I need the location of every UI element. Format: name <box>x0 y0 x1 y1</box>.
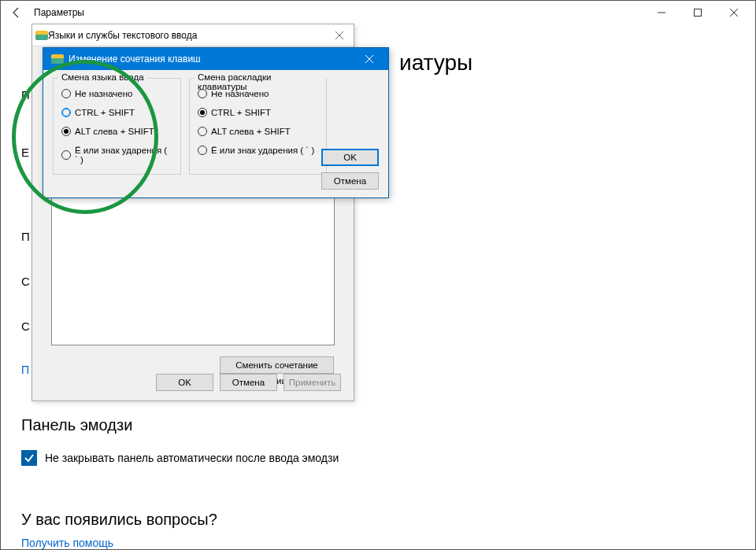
group-legend: Смена раскладки клавиатуры <box>195 72 326 91</box>
emoji-section: Панель эмодзи Не закрывать панель автома… <box>21 416 339 466</box>
change-hotkey-dialog: Изменение сочетания клавиш Смена языка в… <box>43 47 389 198</box>
minimize-button[interactable] <box>643 1 680 24</box>
language-switch-group: Смена языка ввода Не назначено CTRL + SH… <box>53 78 181 175</box>
radio-label: ALT слева + SHIFT <box>75 127 154 136</box>
group-legend: Смена языка ввода <box>58 72 147 82</box>
dialog-buttons: OK Отмена Применить <box>156 374 341 391</box>
close-button[interactable] <box>716 1 752 24</box>
radio-alt-shift[interactable]: ALT слева + SHIFT <box>198 127 318 136</box>
close-icon[interactable] <box>354 50 385 68</box>
change-hotkey-titlebar: Изменение сочетания клавиш <box>43 48 388 70</box>
emoji-checkbox-row[interactable]: Не закрывать панель автоматически после … <box>21 450 339 466</box>
stub-text: П <box>21 230 30 243</box>
stub-text: С <box>21 319 30 333</box>
text-services-title: Языки и службы текстового ввода <box>48 30 328 41</box>
change-hotkey-button[interactable]: Сменить сочетание клавиш... <box>220 356 334 374</box>
radio-icon <box>198 146 207 155</box>
emoji-heading: Панель эмодзи <box>21 416 339 434</box>
radio-icon <box>198 108 207 117</box>
radio-alt-shift[interactable]: ALT слева + SHIFT <box>61 127 172 136</box>
apply-button: Применить <box>284 374 341 391</box>
checkbox-label: Не закрывать панель автоматически после … <box>45 452 339 464</box>
link-stub[interactable]: П <box>21 364 29 376</box>
keyboard-icon <box>35 31 48 40</box>
ok-button[interactable]: OK <box>321 149 379 166</box>
radio-icon <box>61 127 71 136</box>
radio-grave[interactable]: Ё или знак ударения ( ` ) <box>198 146 318 155</box>
radio-label: Не назначено <box>75 89 132 98</box>
radio-grave[interactable]: Ё или знак ударения ( ` ) <box>61 146 172 164</box>
questions-section: У вас появились вопросы? Получить помощь <box>21 511 217 549</box>
keyboard-icon <box>51 54 64 64</box>
radio-icon <box>61 108 71 117</box>
text-services-titlebar: Языки и службы текстового ввода <box>32 24 354 46</box>
radio-label: Ё или знак ударения ( ` ) <box>211 146 314 155</box>
page-heading-fragment: иатуры <box>399 50 472 76</box>
radio-label: Ё или знак ударения ( ` ) <box>75 146 172 164</box>
layout-switch-group: Смена раскладки клавиатуры Не назначено … <box>189 78 327 175</box>
maximize-button[interactable] <box>680 1 716 24</box>
radio-ctrl-shift[interactable]: CTRL + SHIFT <box>61 108 172 117</box>
checkbox-icon <box>21 450 37 466</box>
dialog-buttons: OK Отмена <box>321 149 379 190</box>
radio-icon <box>198 127 207 136</box>
close-icon[interactable] <box>328 28 350 43</box>
help-link[interactable]: Получить помощь <box>21 537 217 549</box>
back-button[interactable] <box>4 1 29 24</box>
radio-icon <box>61 150 71 160</box>
cancel-button[interactable]: Отмена <box>321 172 379 190</box>
radio-not-assigned[interactable]: Не назначено <box>61 89 172 98</box>
truncated-content: П Е П С С <box>21 88 30 377</box>
radio-label: ALT слева + SHIFT <box>211 127 291 136</box>
change-hotkey-title: Изменение сочетания клавиш <box>69 54 354 65</box>
stub-text: С <box>21 275 30 288</box>
questions-heading: У вас появились вопросы? <box>21 511 217 529</box>
radio-icon <box>61 89 71 98</box>
radio-icon <box>198 89 207 98</box>
window-title: Параметры <box>29 7 643 18</box>
cancel-button[interactable]: Отмена <box>220 374 277 391</box>
window-controls <box>643 1 752 24</box>
settings-titlebar: Параметры <box>1 1 755 24</box>
ok-button[interactable]: OK <box>156 374 213 391</box>
stub-text: Е <box>21 146 30 159</box>
radio-ctrl-shift[interactable]: CTRL + SHIFT <box>198 108 318 117</box>
stub-text: П <box>21 88 30 102</box>
svg-rect-1 <box>695 9 702 17</box>
radio-label: CTRL + SHIFT <box>211 108 271 117</box>
radio-label: CTRL + SHIFT <box>75 108 135 117</box>
